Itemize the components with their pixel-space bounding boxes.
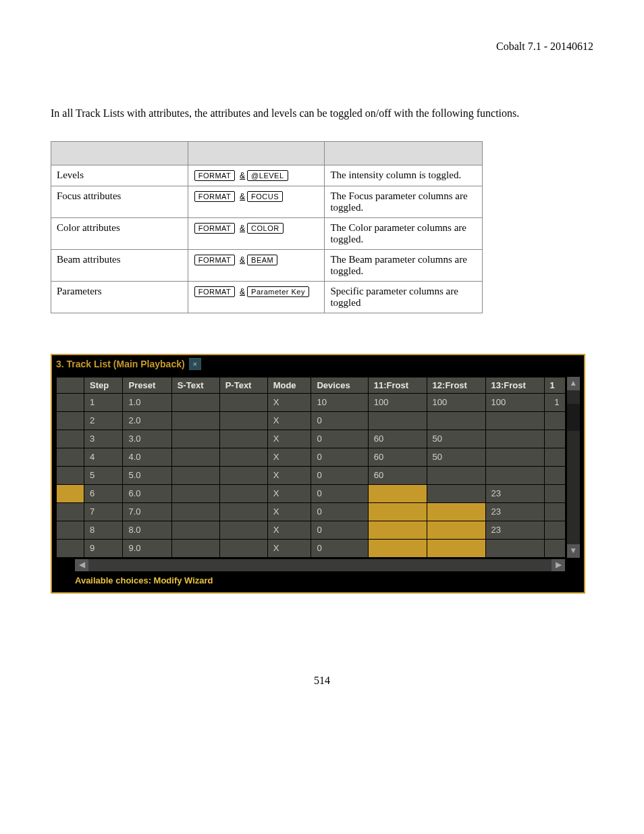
cell-last[interactable] (544, 429, 565, 448)
cell-gutter[interactable] (57, 448, 84, 466)
cell-step[interactable]: 1 (84, 393, 123, 411)
cell-c11[interactable]: 100 (368, 393, 427, 411)
cell-mode[interactable]: X (267, 429, 311, 448)
cell-c12[interactable] (427, 502, 485, 521)
cell-preset[interactable]: 4.0 (123, 448, 171, 466)
cell-ptext[interactable] (219, 411, 267, 429)
cell-last[interactable] (544, 539, 565, 557)
cell-step[interactable]: 7 (84, 502, 123, 521)
cell-gutter[interactable] (57, 484, 84, 502)
cell-devices[interactable]: 0 (311, 484, 368, 502)
cell-c13[interactable]: 23 (485, 502, 544, 521)
table-row[interactable]: 99.0X0 (57, 539, 566, 557)
cell-c12[interactable]: 50 (427, 448, 485, 466)
cell-c13[interactable] (485, 448, 544, 466)
col-header[interactable]: 12:Frost (427, 377, 485, 393)
cell-step[interactable]: 8 (84, 521, 123, 539)
cell-gutter[interactable] (57, 539, 84, 557)
cell-c11[interactable] (368, 502, 427, 521)
col-header-cut[interactable]: 1 (544, 377, 565, 393)
cell-devices[interactable]: 0 (311, 411, 368, 429)
cell-ptext[interactable] (219, 521, 267, 539)
cell-mode[interactable]: X (267, 484, 311, 502)
cell-last[interactable] (544, 411, 565, 429)
cell-stext[interactable] (171, 393, 219, 411)
table-row[interactable]: 77.0X023 (57, 502, 566, 521)
cell-gutter[interactable] (57, 411, 84, 429)
cell-gutter[interactable] (57, 502, 84, 521)
cell-devices[interactable]: 0 (311, 502, 368, 521)
cell-stext[interactable] (171, 411, 219, 429)
scroll-up-icon[interactable]: ▲ (567, 377, 580, 390)
vertical-scrollbar[interactable]: ▲ ▼ (567, 377, 580, 558)
cell-devices[interactable]: 0 (311, 521, 368, 539)
cell-step[interactable]: 9 (84, 539, 123, 557)
cell-mode[interactable]: X (267, 539, 311, 557)
cell-c12[interactable]: 100 (427, 393, 485, 411)
cell-ptext[interactable] (219, 393, 267, 411)
cell-mode[interactable]: X (267, 466, 311, 484)
cell-c12[interactable] (427, 484, 485, 502)
cell-step[interactable]: 2 (84, 411, 123, 429)
col-header[interactable]: 11:Frost (368, 377, 427, 393)
table-row[interactable]: 88.0X023 (57, 521, 566, 539)
cell-preset[interactable]: 2.0 (123, 411, 171, 429)
cell-stext[interactable] (171, 429, 219, 448)
col-header[interactable]: Step (84, 377, 123, 393)
cell-last[interactable]: 1 (544, 393, 565, 411)
cell-preset[interactable]: 1.0 (123, 393, 171, 411)
cell-preset[interactable]: 6.0 (123, 484, 171, 502)
cell-preset[interactable]: 3.0 (123, 429, 171, 448)
cell-c12[interactable]: 50 (427, 429, 485, 448)
cell-mode[interactable]: X (267, 502, 311, 521)
cell-stext[interactable] (171, 466, 219, 484)
cell-stext[interactable] (171, 484, 219, 502)
cell-last[interactable] (544, 466, 565, 484)
cell-c13[interactable]: 23 (485, 484, 544, 502)
horizontal-scrollbar[interactable]: ◀ ▶ (75, 559, 565, 571)
cell-step[interactable]: 3 (84, 429, 123, 448)
cell-ptext[interactable] (219, 539, 267, 557)
cell-c13[interactable]: 100 (485, 393, 544, 411)
cell-c11[interactable]: 60 (368, 466, 427, 484)
col-header[interactable]: S-Text (171, 377, 219, 393)
cell-c13[interactable] (485, 466, 544, 484)
cell-mode[interactable]: X (267, 411, 311, 429)
cell-ptext[interactable] (219, 484, 267, 502)
cell-preset[interactable]: 9.0 (123, 539, 171, 557)
table-row[interactable]: 66.0X023 (57, 484, 566, 502)
cell-c11[interactable] (368, 484, 427, 502)
scroll-left-icon[interactable]: ◀ (75, 559, 88, 571)
cell-c13[interactable] (485, 411, 544, 429)
cell-preset[interactable]: 7.0 (123, 502, 171, 521)
cell-c11[interactable]: 60 (368, 448, 427, 466)
col-header[interactable]: Devices (311, 377, 368, 393)
cell-devices[interactable]: 0 (311, 466, 368, 484)
table-row[interactable]: 55.0X060 (57, 466, 566, 484)
cell-preset[interactable]: 5.0 (123, 466, 171, 484)
cell-c12[interactable] (427, 521, 485, 539)
cell-c13[interactable]: 23 (485, 521, 544, 539)
cell-gutter[interactable] (57, 429, 84, 448)
cell-gutter[interactable] (57, 393, 84, 411)
close-icon[interactable]: × (189, 358, 201, 370)
cell-ptext[interactable] (219, 429, 267, 448)
cell-c11[interactable]: 60 (368, 429, 427, 448)
cell-mode[interactable]: X (267, 448, 311, 466)
col-header[interactable]: P-Text (219, 377, 267, 393)
cell-c11[interactable] (368, 411, 427, 429)
cell-devices[interactable]: 0 (311, 539, 368, 557)
cell-gutter[interactable] (57, 521, 84, 539)
cell-c11[interactable] (368, 539, 427, 557)
col-header[interactable]: Mode (267, 377, 311, 393)
cell-devices[interactable]: 10 (311, 393, 368, 411)
cell-ptext[interactable] (219, 466, 267, 484)
cell-stext[interactable] (171, 521, 219, 539)
cell-c13[interactable] (485, 429, 544, 448)
cell-stext[interactable] (171, 448, 219, 466)
cell-c12[interactable] (427, 411, 485, 429)
scroll-right-icon[interactable]: ▶ (552, 559, 565, 571)
table-row[interactable]: 11.0X101001001001 (57, 393, 566, 411)
cell-last[interactable] (544, 448, 565, 466)
cell-devices[interactable]: 0 (311, 429, 368, 448)
